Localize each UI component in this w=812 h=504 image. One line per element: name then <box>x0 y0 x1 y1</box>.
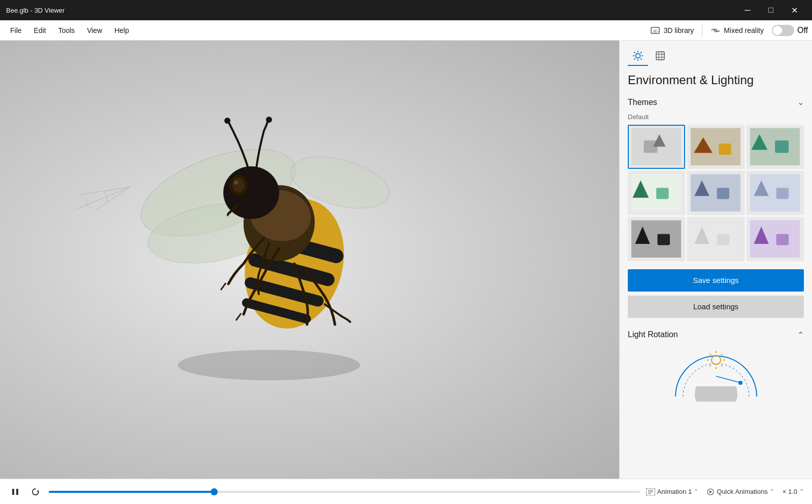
speed-selector[interactable]: × 1.0 ⌃ <box>783 488 804 495</box>
panel-content: Environment & Lighting Themes ⌄ Default <box>620 65 812 410</box>
pause-button[interactable] <box>8 485 22 499</box>
light-rotation-dial[interactable] <box>628 346 804 402</box>
quick-animations-label: Quick Animations <box>717 488 767 495</box>
svg-line-80 <box>716 376 739 382</box>
main-layout: Environment & Lighting Themes ⌄ Default <box>0 41 812 479</box>
3d-viewport[interactable] <box>0 41 619 479</box>
progress-thumb[interactable] <box>211 488 218 495</box>
svg-line-7 <box>79 177 130 204</box>
svg-marker-90 <box>709 490 712 493</box>
theme-preview-7 <box>631 220 681 258</box>
menu-bar: File Edit Tools View Help 3D 3D library … <box>0 20 812 41</box>
svg-text:3D: 3D <box>653 29 658 33</box>
svg-point-24 <box>266 117 272 123</box>
speed-caret-icon: ⌃ <box>799 488 804 495</box>
tab-lighting[interactable] <box>628 47 648 65</box>
svg-rect-64 <box>717 234 730 245</box>
themes-chevron-icon: ⌄ <box>797 97 804 107</box>
theme-cell-3[interactable] <box>747 125 804 169</box>
svg-rect-49 <box>775 140 789 153</box>
toggle-track[interactable] <box>772 25 794 36</box>
close-button[interactable]: ✕ <box>783 0 806 20</box>
light-rotation-section: Light Rotation ⌃ <box>628 330 804 402</box>
svg-point-78 <box>695 373 737 402</box>
toggle-label: Off <box>797 26 808 35</box>
light-rotation-dial-svg <box>665 346 767 402</box>
theme-cell-4[interactable] <box>628 171 685 215</box>
theme-cell-7[interactable] <box>628 217 685 261</box>
menu-view[interactable]: View <box>81 20 108 41</box>
light-rotation-chevron-icon: ⌃ <box>797 330 804 340</box>
panel-tabs <box>620 41 812 65</box>
menu-divider <box>702 24 702 37</box>
animation-label: Animation 1 <box>657 488 692 495</box>
theme-cell-6[interactable] <box>747 171 804 215</box>
svg-line-33 <box>640 58 641 59</box>
animation-caret-icon: ⌃ <box>694 488 698 495</box>
mixed-reality-icon <box>710 25 721 35</box>
speed-label: × 1.0 <box>783 488 797 495</box>
svg-point-22 <box>234 181 238 185</box>
restart-icon <box>31 487 40 496</box>
right-panel: Environment & Lighting Themes ⌄ Default <box>619 41 812 479</box>
light-rotation-title: Light Rotation <box>628 330 678 339</box>
svg-rect-82 <box>12 489 14 495</box>
toggle-thumb <box>773 26 782 35</box>
quick-animations-icon <box>706 488 715 496</box>
theme-cell-2[interactable] <box>687 125 745 169</box>
themes-section-header[interactable]: Themes ⌄ <box>628 97 804 107</box>
theme-cell-5[interactable] <box>687 171 745 215</box>
progress-bar[interactable] <box>49 491 640 493</box>
svg-rect-58 <box>776 188 789 199</box>
load-settings-button[interactable]: Load settings <box>628 296 804 318</box>
svg-line-26 <box>236 313 241 320</box>
mixed-reality-button[interactable]: Mixed reality <box>710 25 764 35</box>
svg-line-8 <box>92 187 133 210</box>
save-settings-button[interactable]: Save settings <box>628 269 804 292</box>
quick-animations-button[interactable]: Quick Animations ⌃ <box>706 488 774 496</box>
menu-edit[interactable]: Edit <box>28 20 52 41</box>
pause-icon <box>11 488 19 496</box>
svg-line-11 <box>85 198 89 207</box>
theme-cell-9[interactable] <box>747 217 804 261</box>
restart-button[interactable] <box>28 485 43 499</box>
svg-marker-84 <box>37 490 39 492</box>
theme-cell-1[interactable] <box>628 125 685 169</box>
menu-right-section: 3D 3D library Mixed reality Off <box>650 24 808 37</box>
svg-line-75 <box>721 353 723 355</box>
stats-tab-icon <box>655 50 666 61</box>
theme-preview-2 <box>691 128 740 166</box>
svg-rect-83 <box>16 489 18 495</box>
theme-preview-6 <box>750 174 800 212</box>
window-controls: ─ □ ✕ <box>736 0 806 20</box>
svg-point-27 <box>636 54 640 58</box>
theme-preview-8 <box>691 220 740 258</box>
3d-library-button[interactable]: 3D 3D library <box>650 25 694 35</box>
svg-rect-61 <box>658 234 670 245</box>
mixed-reality-label: Mixed reality <box>724 26 764 34</box>
menu-help[interactable]: Help <box>108 20 135 41</box>
svg-rect-46 <box>719 143 732 155</box>
mixed-reality-toggle[interactable]: Off <box>772 25 808 36</box>
maximize-button[interactable]: □ <box>759 0 783 20</box>
menu-file[interactable]: File <box>4 20 28 41</box>
theme-grid <box>628 125 804 261</box>
light-rotation-section-header[interactable]: Light Rotation ⌃ <box>628 330 804 340</box>
theme-preview-1 <box>631 128 681 166</box>
theme-cell-8[interactable] <box>687 217 745 261</box>
minimize-button[interactable]: ─ <box>736 0 759 20</box>
progress-fill <box>49 491 214 493</box>
svg-line-35 <box>634 58 635 59</box>
svg-line-76 <box>709 365 711 367</box>
svg-line-73 <box>709 353 711 355</box>
bottom-right-controls: Animation 1 ⌃ Quick Animations ⌃ × 1.0 ⌃ <box>646 488 804 496</box>
themes-section-title: Themes <box>628 98 657 107</box>
viewport-background <box>0 41 619 479</box>
3d-library-icon: 3D <box>650 25 660 35</box>
quick-animations-caret-icon: ⌃ <box>770 488 774 495</box>
title-bar: Bee.glb - 3D Viewer ─ □ ✕ <box>0 0 812 20</box>
theme-preview-4 <box>631 174 681 212</box>
menu-tools[interactable]: Tools <box>52 20 81 41</box>
animation-selector[interactable]: Animation 1 ⌃ <box>646 488 699 495</box>
tab-stats[interactable] <box>650 47 670 65</box>
